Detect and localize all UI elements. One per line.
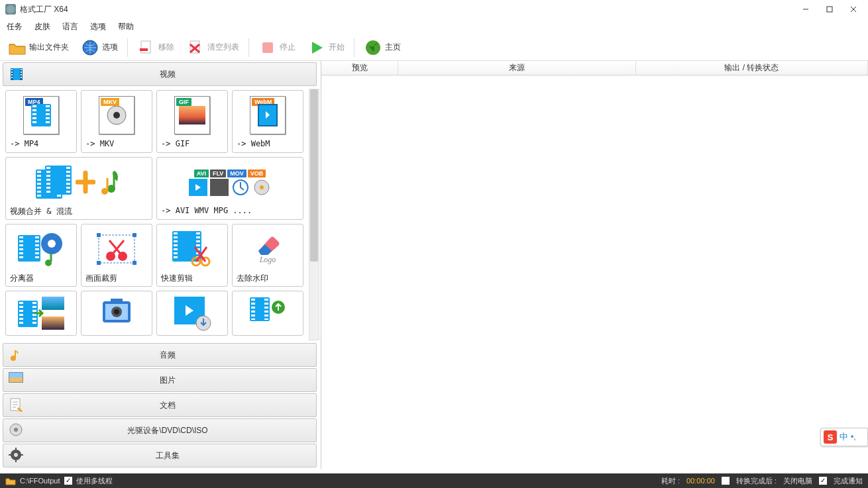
svg-point-25 [113, 112, 120, 119]
svg-rect-16 [11, 69, 13, 70]
toolbar-separator-3 [354, 38, 354, 57]
tile-mkv[interactable]: MKV -> MKV [81, 90, 152, 153]
tile-upload[interactable] [232, 291, 303, 336]
ime-logo: S [824, 430, 837, 444]
svg-rect-7 [140, 48, 148, 51]
tile-splitter-label: 分离器 [6, 273, 76, 286]
homepage-button[interactable]: 主页 [361, 37, 404, 58]
ime-mode: 中 [840, 431, 848, 443]
category-video-label: 视频 [25, 69, 311, 80]
col-status[interactable]: 输出 / 转换状态 [636, 61, 868, 75]
disc-icon [9, 422, 25, 438]
after-checkbox[interactable] [722, 477, 730, 485]
menubar: 任务 皮肤 语言 选项 帮助 [0, 19, 868, 34]
video-tiles-area: MP4 -> MP4 MKV -> MKV GIF -> GIF WebM ->… [0, 87, 321, 342]
tile-remove-watermark[interactable]: Logo 去除水印 [232, 224, 303, 287]
menu-help[interactable]: 帮助 [118, 21, 134, 32]
globe-options-icon [81, 38, 99, 57]
output-folder-button[interactable]: 输出文件夹 [5, 37, 72, 58]
options-button[interactable]: 选项 [78, 37, 121, 58]
scrollbar-thumb[interactable] [310, 89, 318, 262]
tile-gif[interactable]: GIF -> GIF [156, 90, 228, 153]
svg-rect-36 [133, 233, 136, 237]
category-toolset[interactable]: 工具集 [3, 444, 317, 467]
category-audio[interactable]: 音频 [3, 343, 317, 367]
svg-point-30 [260, 185, 264, 189]
svg-rect-23 [21, 77, 22, 78]
tile-screen-record[interactable] [81, 291, 152, 336]
main-area: 视频 MP4 -> MP4 MKV -> MKV GIF -> GIF WebM [0, 61, 868, 469]
svg-rect-57 [15, 460, 17, 462]
after-value: 关闭电脑 [783, 476, 812, 486]
close-button[interactable] [844, 3, 863, 16]
plus-icon [76, 169, 95, 195]
tile-webm[interactable]: WebM -> WebM [232, 90, 303, 153]
multithread-checkbox[interactable] [64, 477, 72, 485]
remove-button[interactable]: 移除 [135, 37, 177, 58]
notify-label: 完成通知 [834, 476, 863, 486]
tile-quickcut-label: 快速剪辑 [157, 273, 227, 286]
tile-video-download[interactable] [156, 291, 228, 336]
tile-video-join[interactable]: 视频合并 & 混流 [5, 157, 152, 220]
tile-watermark-label: 去除水印 [233, 273, 303, 286]
logo-text: Logo [260, 255, 276, 265]
remove-icon [137, 38, 156, 57]
menu-skin[interactable]: 皮肤 [34, 21, 50, 32]
col-source[interactable]: 来源 [398, 61, 636, 75]
start-button[interactable]: 开始 [305, 37, 347, 58]
ime-dots: •, [851, 432, 856, 442]
svg-rect-22 [21, 74, 22, 75]
svg-point-32 [48, 240, 56, 248]
options-label: 选项 [102, 42, 118, 53]
titlebar: 格式工厂 X64 [0, 0, 868, 19]
play-icon [307, 38, 326, 57]
svg-point-55 [14, 453, 18, 457]
col-preview[interactable]: 预览 [321, 61, 398, 75]
toolbar-separator-2 [248, 38, 249, 57]
svg-rect-58 [9, 454, 11, 456]
scrollbar[interactable] [309, 89, 319, 340]
output-path[interactable]: C:\FFOutput [20, 477, 60, 485]
category-dvd[interactable]: 光驱设备\DVD\CD\ISO [3, 418, 317, 442]
svg-rect-21 [21, 72, 22, 73]
toolbar-separator [127, 38, 128, 57]
left-panel: 视频 MP4 -> MP4 MKV -> MKV GIF -> GIF WebM [0, 61, 321, 469]
notify-checkbox[interactable] [819, 477, 827, 485]
svg-rect-6 [141, 41, 150, 53]
svg-rect-56 [15, 448, 17, 450]
eraser-icon [254, 232, 281, 255]
maximize-button[interactable] [820, 3, 839, 16]
ime-widget[interactable]: S 中 •, [820, 428, 868, 446]
folder-icon [8, 38, 27, 57]
menu-options[interactable]: 选项 [90, 21, 106, 32]
tile-webm-label: -> WebM [233, 139, 303, 152]
output-folder-label: 输出文件夹 [29, 42, 69, 53]
category-picture[interactable]: 图片 [3, 368, 317, 392]
minimize-button[interactable] [796, 3, 815, 16]
menu-language[interactable]: 语言 [62, 21, 78, 32]
menu-task[interactable]: 任务 [7, 21, 23, 32]
tile-avi-more[interactable]: AVI FLV MOV VOB -> AVI WMV MPG .... [156, 157, 303, 220]
home-globe-icon [364, 38, 382, 57]
svg-rect-18 [11, 74, 13, 75]
tile-splitter[interactable]: 分离器 [5, 224, 77, 287]
tile-join-label: 视频合并 & 混流 [6, 206, 152, 219]
start-label: 开始 [329, 42, 345, 53]
statusbar: C:\FFOutput 使用多线程 耗时 : 00:00:00 转换完成后 : … [0, 473, 868, 488]
music-icon [43, 250, 60, 267]
tile-collage[interactable] [5, 291, 77, 336]
svg-rect-47 [111, 299, 123, 303]
task-table-body [321, 75, 868, 469]
stop-button[interactable]: 停止 [256, 37, 298, 58]
picture-icon [9, 372, 25, 388]
tile-quickcut[interactable]: 快速剪辑 [156, 224, 228, 287]
category-list: 音频 图片 文档 光驱设备\DVD\CD\ISO 工具集 [0, 342, 321, 469]
category-document[interactable]: 文档 [3, 393, 317, 417]
clear-list-button[interactable]: 清空列表 [184, 37, 242, 58]
tile-crop[interactable]: 画面裁剪 [81, 224, 152, 287]
tile-mp4[interactable]: MP4 -> MP4 [5, 90, 77, 153]
svg-point-26 [107, 185, 115, 193]
category-video[interactable]: 视频 [3, 62, 317, 86]
right-panel: 预览 来源 输出 / 转换状态 [321, 61, 868, 469]
document-icon [9, 397, 25, 413]
